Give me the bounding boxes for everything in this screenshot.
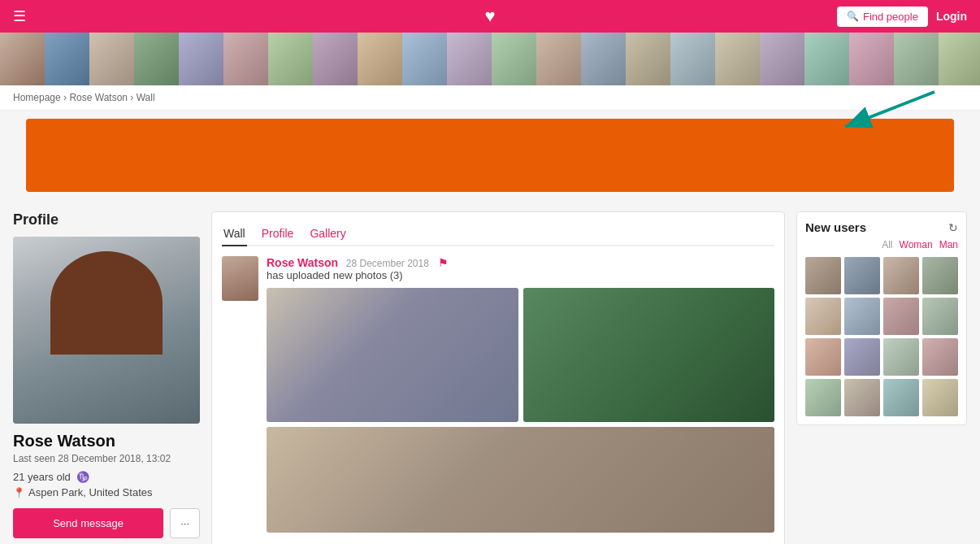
strip-avatar[interactable] (313, 33, 358, 85)
wall-post-header: Rose Watson 28 December 2018 ⚑ has uploa… (222, 256, 774, 533)
arrow-decoration (813, 88, 943, 137)
post-avatar-image (222, 256, 258, 301)
user-thumb[interactable] (805, 257, 841, 294)
breadcrumb-sep1: › (63, 92, 67, 103)
heart-logo-icon: ♥ (484, 6, 495, 26)
refresh-icon[interactable]: ↻ (948, 221, 958, 234)
filter-all[interactable]: All (882, 239, 892, 250)
user-thumb[interactable] (883, 379, 919, 416)
more-options-button[interactable]: ··· (170, 508, 200, 538)
strip-avatar[interactable] (715, 33, 760, 85)
strip-avatar[interactable] (760, 33, 804, 85)
strip-avatar[interactable] (536, 33, 581, 85)
tab-profile[interactable]: Profile (260, 222, 296, 246)
post-date: 28 December 2018 (346, 258, 429, 269)
filter-links: All Woman Man (805, 239, 958, 250)
header: ☰ ♥ 🔍 Find people Login (0, 0, 980, 33)
post-author-name[interactable]: Rose Watson (267, 256, 338, 269)
user-thumb[interactable] (922, 338, 958, 376)
find-people-label: Find people (863, 11, 918, 23)
users-grid (805, 257, 958, 416)
strip-avatar[interactable] (894, 33, 939, 85)
user-thumb[interactable] (844, 379, 880, 416)
profile-location-text: Aspen Park, United States (28, 486, 152, 498)
strip-avatar[interactable] (939, 33, 980, 85)
zodiac-sign: ♑ (76, 471, 89, 483)
profile-photo (13, 237, 200, 424)
tab-wall[interactable]: Wall (222, 222, 247, 246)
new-users-header: New users ↻ (805, 220, 958, 234)
user-thumb[interactable] (805, 298, 841, 335)
breadcrumb-profile[interactable]: Rose Watson (69, 92, 128, 103)
profile-name: Rose Watson (13, 432, 200, 450)
user-thumb[interactable] (883, 338, 919, 376)
user-thumb[interactable] (805, 379, 841, 416)
post-photo-1-image (267, 288, 518, 422)
post-photo-3[interactable] (267, 427, 774, 533)
strip-avatar[interactable] (134, 33, 179, 85)
user-thumb[interactable] (883, 298, 919, 335)
send-message-button[interactable]: Send message (13, 508, 163, 538)
wall-tabs: Wall Profile Gallery (222, 222, 774, 246)
find-people-button[interactable]: 🔍 Find people (837, 7, 928, 27)
flag-icon[interactable]: ⚑ (438, 256, 449, 269)
post-description: has uploaded new photos (3) (267, 269, 774, 281)
breadcrumb-current: Wall (137, 92, 155, 103)
filter-woman[interactable]: Woman (900, 239, 933, 250)
hamburger-icon[interactable]: ☰ (13, 7, 26, 25)
profile-last-seen: Last seen 28 December 2018, 13:02 (13, 453, 200, 464)
user-thumb[interactable] (805, 338, 841, 376)
post-meta: Rose Watson 28 December 2018 ⚑ has uploa… (267, 256, 774, 533)
photo-strip (0, 33, 980, 85)
svg-line-1 (845, 92, 934, 127)
strip-avatar[interactable] (849, 33, 894, 85)
filter-man[interactable]: Man (939, 239, 958, 250)
new-users-title: New users (805, 220, 866, 234)
user-thumb[interactable] (883, 257, 919, 294)
strip-avatar[interactable] (268, 33, 313, 85)
strip-avatar[interactable] (402, 33, 447, 85)
login-button[interactable]: Login (936, 10, 967, 23)
strip-avatar[interactable] (804, 33, 849, 85)
wall-card: Wall Profile Gallery Rose Watson 28 Dece… (211, 211, 785, 544)
user-thumb[interactable] (844, 338, 880, 376)
profile-section-title: Profile (13, 211, 200, 228)
profile-location: 📍 Aspen Park, United States (13, 486, 200, 498)
breadcrumb-homepage[interactable]: Homepage (13, 92, 61, 103)
location-icon: 📍 (13, 487, 25, 498)
strip-avatar[interactable] (89, 33, 134, 85)
breadcrumb-sep2: › (130, 92, 133, 103)
strip-avatar[interactable] (45, 33, 89, 85)
post-photo-2-image (523, 288, 775, 422)
new-users-section: New users ↻ All Woman Man (796, 211, 967, 425)
post-photo-1[interactable] (267, 288, 518, 422)
user-thumb[interactable] (922, 379, 958, 416)
user-thumb[interactable] (844, 257, 880, 294)
post-photo-2[interactable] (523, 288, 775, 422)
main-container: Profile Rose Watson Last seen 28 Decembe… (0, 200, 980, 544)
profile-photo-image (13, 237, 200, 424)
strip-avatar[interactable] (223, 33, 268, 85)
user-thumb[interactable] (922, 257, 958, 294)
strip-avatar[interactable] (492, 33, 536, 85)
strip-avatar[interactable] (179, 33, 223, 85)
wall-section: Wall Profile Gallery Rose Watson 28 Dece… (211, 211, 785, 544)
strip-avatar[interactable] (447, 33, 492, 85)
sidebar: Profile Rose Watson Last seen 28 Decembe… (13, 211, 200, 538)
post-avatar[interactable] (222, 256, 258, 301)
search-icon: 🔍 (847, 11, 859, 22)
strip-avatar[interactable] (581, 33, 626, 85)
strip-avatar[interactable] (626, 33, 670, 85)
user-thumb[interactable] (844, 298, 880, 335)
profile-meta: 21 years old ♑ (13, 471, 200, 483)
user-thumb[interactable] (922, 298, 958, 335)
strip-avatar[interactable] (670, 33, 715, 85)
action-buttons: Send message ··· (13, 508, 200, 538)
post-photo-3-image (267, 427, 774, 533)
strip-avatar[interactable] (0, 33, 45, 85)
profile-age: 21 years old (13, 471, 71, 483)
tab-gallery[interactable]: Gallery (308, 222, 347, 246)
post-header-line: Rose Watson 28 December 2018 ⚑ (267, 256, 774, 269)
strip-avatar[interactable] (358, 33, 402, 85)
photos-grid (267, 288, 774, 533)
